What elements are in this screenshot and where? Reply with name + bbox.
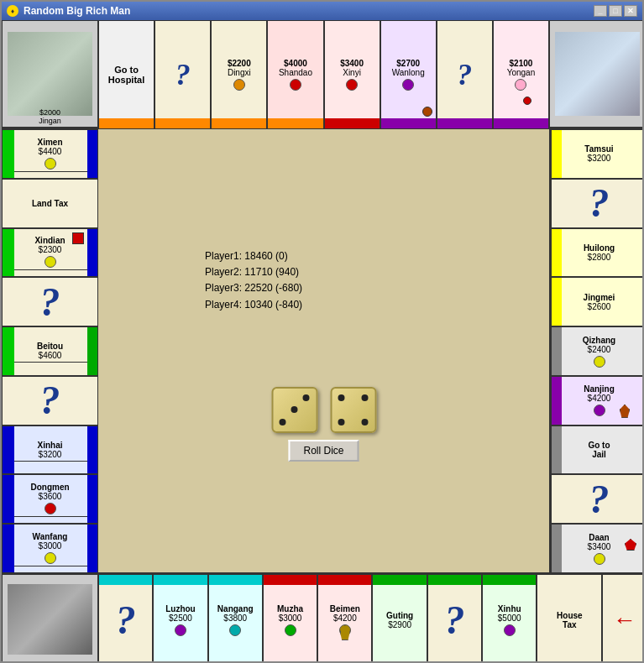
go-to-jail-label: Go toJail	[588, 441, 610, 459]
player4-info: Player4: 10340 (-840)	[205, 297, 302, 313]
wanlong-dot	[402, 79, 414, 91]
cell-jingmei: Jingmei $2600	[551, 277, 642, 326]
bl-image	[8, 584, 93, 655]
dongmen-price: $3600	[39, 492, 62, 501]
title-bar: ♦ Random Big Rich Man _ □ ✕	[2, 2, 642, 20]
xinhai-color-bar	[87, 426, 97, 474]
xinhu-name: Xinhu	[498, 604, 521, 613]
maximize-button[interactable]: □	[609, 5, 622, 17]
xinhu-color-bar	[483, 575, 536, 585]
pip-1-5	[291, 406, 297, 413]
luzhou-color-bar	[154, 575, 207, 585]
cell-wanfang: Wanfang $3000	[2, 524, 98, 572]
beitou-price: $4600	[39, 351, 62, 360]
tamsui-name: Tamsui	[584, 144, 613, 154]
huilong-color-bar	[552, 229, 562, 277]
cell-beitou: Beitou $4600	[2, 326, 98, 376]
ximen-green-bar	[3, 130, 14, 178]
xindian-token	[72, 232, 84, 244]
land-tax-label: Land Tax	[32, 199, 68, 208]
nangang-name: Nangang	[217, 604, 254, 613]
cell-nanjing: Nanjing $4200	[551, 376, 642, 425]
tamsui-color-bar	[552, 130, 562, 178]
title-icon: ♦	[7, 5, 18, 17]
pip-1-7	[279, 419, 285, 425]
title-controls: _ □ ✕	[594, 5, 637, 17]
cell-yongan: $2100 Yongan	[493, 20, 549, 129]
cell-luzhou: Luzhou $2500	[153, 574, 207, 661]
beitou-text: Beitou $4600	[4, 340, 96, 363]
dice-container	[271, 387, 376, 433]
dongmen-text: Dongmen $3600	[4, 481, 96, 517]
cell-land-tax: Land Tax	[2, 179, 98, 228]
qizhang-dot	[594, 356, 605, 368]
pip-2-3	[362, 394, 369, 401]
dongmen-blue-bar	[3, 475, 14, 523]
question-mark-left2: ?	[40, 380, 60, 420]
q2-color-bar	[437, 118, 492, 128]
close-button[interactable]: ✕	[624, 5, 637, 17]
wanfang-dot	[45, 552, 56, 564]
beitou-color-bar	[87, 327, 97, 375]
cell-wanlong: $2700 Wanlong	[380, 20, 437, 129]
cell-question-left2: ?	[2, 376, 98, 425]
beimen-price: $4200	[333, 613, 357, 623]
xindian-green-bar	[3, 229, 14, 277]
jail-color-bar	[552, 426, 562, 474]
muzha-name: Muzha	[277, 604, 303, 613]
cell-dingxi: $2200 Dingxi	[211, 20, 267, 129]
nanjing-color-bar	[552, 377, 562, 425]
cell-dongmen: Dongmen $3600	[2, 474, 98, 524]
go-to-hospital-label: Go toHospital	[108, 65, 144, 85]
xindian-price: $2300	[39, 245, 62, 254]
cell-xindian: Xindian $2300	[2, 228, 98, 278]
wanlong-name: $2700	[396, 59, 420, 68]
player-info: Player1: 18460 (0) Player2: 11710 (940) …	[205, 248, 302, 313]
window-title: Random Big Rich Man	[24, 5, 130, 17]
cell-question-bottom: ?	[98, 574, 153, 661]
xinhu-price: $5000	[498, 613, 521, 623]
pip-1-2	[291, 394, 297, 401]
roll-dice-button[interactable]: Roll Dice	[288, 440, 359, 462]
cell-question-bottom2: ?	[427, 574, 482, 661]
cell-go-to-jail: Go toJail	[551, 425, 642, 475]
minimize-button[interactable]: _	[594, 5, 607, 17]
guting-price: $2900	[388, 620, 411, 629]
yongan-dot	[515, 79, 526, 91]
wanfang-blue-bar	[3, 525, 14, 572]
ximen-text: Ximen $4400	[4, 136, 96, 172]
xindian-dot	[45, 256, 56, 268]
cell-huilong: Huilong $2800	[551, 228, 642, 278]
beitou-name: Beitou	[37, 342, 63, 351]
xinhu-dot	[504, 624, 516, 636]
cell-go-to-hospital: Go toHospital	[98, 20, 154, 129]
top-row: $2000Jingan Go toHospital ? $2200 Dingxi	[2, 20, 642, 129]
jingmei-name: Jingmei	[584, 293, 615, 302]
land-tax-text: Land Tax	[4, 197, 96, 210]
yongan-price: Yongan	[507, 68, 536, 77]
pip-2-4	[338, 406, 344, 413]
pip-1-6	[303, 406, 310, 413]
dingxi-name: $2200	[228, 59, 251, 68]
shandao-color-bar	[268, 118, 322, 128]
guting-name: Guting	[386, 611, 413, 620]
xinhai-text: Xinhai $3200	[4, 439, 96, 462]
luzhou-price: $2500	[169, 613, 192, 623]
daan-name: Daan	[589, 533, 609, 542]
daan-color-bar	[552, 525, 562, 572]
question-mark-1: ?	[175, 57, 191, 92]
arrow-icon: ←	[613, 607, 636, 634]
nangang-price: $3800	[223, 613, 247, 623]
xinhai-price: $3200	[39, 450, 62, 459]
pip-2-6	[362, 406, 369, 413]
cell-muzha: Muzha $3000	[263, 574, 317, 661]
jingan-label: $2000Jingan	[3, 108, 97, 125]
nanjing-dot	[594, 405, 605, 416]
board-container: $2000Jingan Go toHospital ? $2200 Dingxi	[2, 20, 642, 661]
bottom-row: ? Luzhou $2500 Nangang $3800	[2, 572, 642, 661]
cell-question-2: ?	[437, 20, 493, 129]
cell-arrow: ←	[602, 574, 642, 661]
qb-color-bar	[99, 575, 152, 585]
dingxi-dot	[233, 79, 245, 91]
yongan-token	[523, 97, 531, 105]
